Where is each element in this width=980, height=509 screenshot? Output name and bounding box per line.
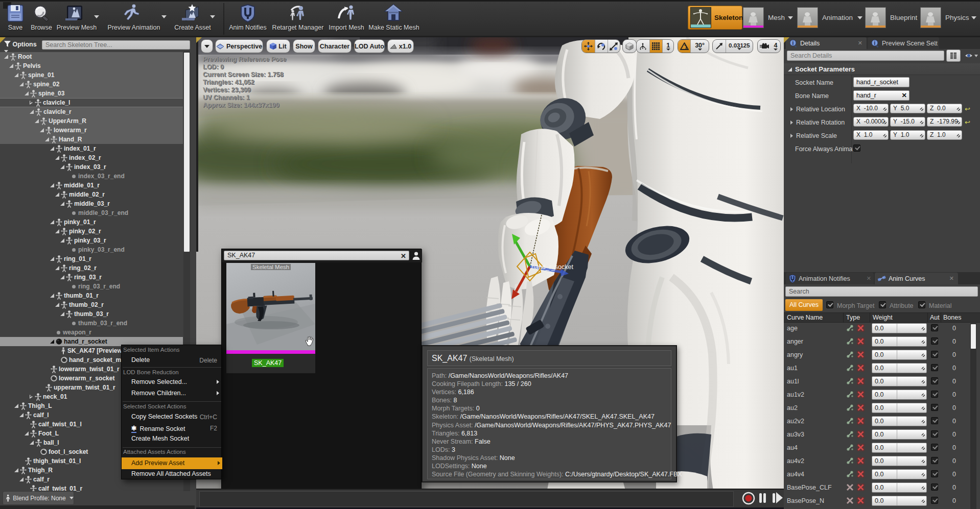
svg-text:hand_r_socket: hand_r_socket [531, 263, 574, 271]
svg-text:i: i [792, 40, 794, 46]
svg-text:i: i [874, 40, 876, 46]
